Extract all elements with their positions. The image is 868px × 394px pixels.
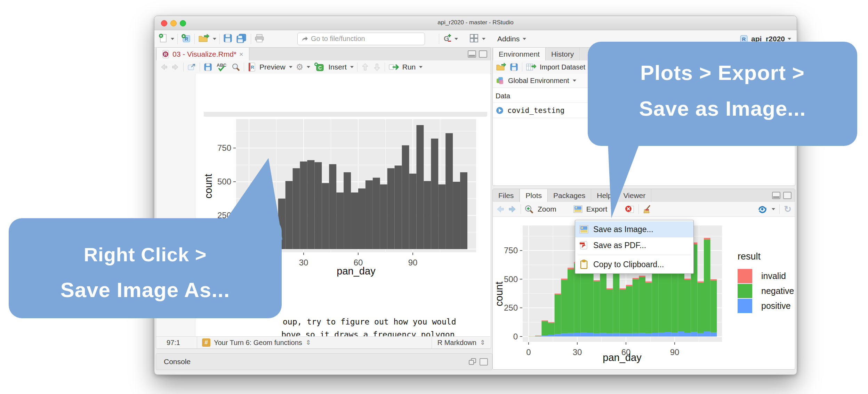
save-icon[interactable]: [203, 63, 212, 72]
insert-button[interactable]: Insert: [328, 63, 347, 71]
legend-label: negative: [761, 286, 794, 296]
object-name: covid_testing: [507, 106, 564, 115]
publish-caret[interactable]: [772, 208, 775, 210]
chunk-options-caret[interactable]: [307, 66, 310, 68]
zoom-plot-icon[interactable]: [524, 205, 534, 214]
svg-text:R: R: [164, 52, 167, 57]
editor-tab-label: 03 - Visualize.Rmd*: [172, 50, 236, 58]
print-icon[interactable]: [254, 33, 265, 44]
open-file-caret[interactable]: [213, 38, 216, 40]
tab-environment[interactable]: Environment: [493, 48, 546, 61]
import-dataset-icon[interactable]: [526, 63, 536, 72]
maximize-pane-icon[interactable]: [783, 192, 791, 199]
editor-statusbar: 97:1 # Your Turn 6: Geom functions ⇕ R M…: [156, 336, 490, 348]
workspace-panes-icon[interactable]: [469, 33, 479, 44]
editor-text-line: oup, try to figure out how you would: [283, 317, 456, 326]
svg-text:0: 0: [526, 347, 531, 357]
tab-files[interactable]: Files: [493, 189, 520, 202]
find-icon[interactable]: [231, 63, 240, 72]
refresh-icon[interactable]: ↻: [784, 204, 791, 215]
save-workspace-icon[interactable]: [509, 63, 519, 72]
insert-chunk-icon[interactable]: C: [314, 62, 325, 72]
minimize-pane-icon[interactable]: [468, 50, 476, 58]
run-button[interactable]: Run: [402, 63, 416, 71]
legend-entry-negative: negative: [738, 284, 794, 298]
zoom-button[interactable]: Zoom: [538, 205, 556, 213]
spellcheck-icon[interactable]: ABC: [216, 62, 228, 72]
tab-visualize-rmd[interactable]: R 03 - Visualize.Rmd* ×: [156, 48, 249, 61]
save-icon[interactable]: [223, 33, 233, 44]
file-type-selector[interactable]: R Markdown ⇕: [432, 337, 490, 348]
svg-text:30: 30: [573, 347, 582, 357]
back-icon[interactable]: [160, 63, 168, 71]
run-caret[interactable]: [419, 66, 423, 68]
menu-item-copy-to-clipboard[interactable]: Copy to Clipboard...: [575, 256, 693, 272]
svg-text:pan_day: pan_day: [337, 265, 376, 277]
menu-item-save-as-image[interactable]: Save as Image...: [575, 221, 693, 237]
export-plot-icon[interactable]: [573, 205, 583, 213]
screenshot-stage: api_r2020 - master - RStudio R: [0, 0, 868, 394]
close-icon[interactable]: ×: [239, 50, 243, 58]
svg-text:C: C: [318, 65, 322, 71]
go-up-icon[interactable]: [361, 63, 369, 72]
section-selector[interactable]: # Your Turn 6: Geom functions ⇕: [202, 338, 311, 347]
new-project-icon[interactable]: R: [181, 33, 191, 44]
open-in-window-icon[interactable]: [187, 63, 196, 71]
open-file-icon[interactable]: [198, 33, 210, 44]
goto-file-input[interactable]: Go to file/function: [297, 33, 425, 45]
console-title: Console: [164, 358, 191, 366]
run-icon[interactable]: [388, 63, 399, 71]
forward-icon[interactable]: [171, 63, 180, 71]
data-section-label: Data: [496, 92, 510, 100]
maximize-pane-icon[interactable]: [479, 50, 487, 58]
save-all-icon[interactable]: [236, 33, 248, 44]
clipboard-icon: [579, 260, 588, 269]
new-file-caret[interactable]: [171, 38, 174, 40]
restore-panes-icon[interactable]: [468, 358, 477, 366]
legend-entry-positive: positive: [738, 299, 794, 313]
version-control-caret[interactable]: [455, 38, 458, 40]
section-icon: #: [202, 338, 210, 347]
rmd-file-icon: R: [162, 50, 170, 58]
rmarkdown-notebook-icon: R: [248, 62, 256, 72]
svg-text:750: 750: [504, 246, 518, 255]
maximize-console-icon[interactable]: [480, 358, 488, 366]
divider: [194, 34, 195, 44]
console-pane-header[interactable]: Console: [156, 353, 492, 370]
svg-text:90: 90: [670, 347, 680, 357]
menu-label: Save as Image...: [593, 225, 653, 234]
svg-text:250: 250: [504, 303, 518, 312]
file-type-updown-icon: ⇕: [480, 339, 485, 346]
go-down-icon[interactable]: [373, 63, 381, 72]
gear-icon[interactable]: ⚙: [296, 62, 304, 72]
cursor-position: 97:1: [167, 339, 180, 347]
expand-object-icon[interactable]: [496, 106, 504, 115]
svg-text:pan_day: pan_day: [603, 352, 642, 363]
preview-caret[interactable]: [289, 66, 292, 68]
version-control-icon[interactable]: G: [442, 33, 451, 45]
section-updown-icon: ⇕: [306, 339, 311, 346]
previous-plot-icon[interactable]: [496, 205, 505, 213]
tab-packages[interactable]: Packages: [548, 189, 591, 202]
load-workspace-icon[interactable]: [496, 63, 506, 72]
editor-text-line: bove so it draws a frequency polygon: [281, 330, 455, 337]
tab-history[interactable]: History: [546, 48, 580, 60]
addins-button[interactable]: Addins: [497, 35, 520, 43]
publish-icon[interactable]: [757, 205, 767, 214]
menu-separator: [578, 255, 691, 255]
global-environment-icon: [496, 76, 505, 85]
menu-item-save-as-pdf[interactable]: Save as PDF...: [575, 237, 693, 253]
divider: [219, 34, 220, 44]
project-caret: [788, 38, 791, 40]
image-icon: [579, 225, 588, 233]
minimize-pane-icon[interactable]: [772, 192, 780, 199]
insert-caret[interactable]: [350, 66, 354, 68]
tab-plots[interactable]: Plots: [520, 189, 548, 202]
import-dataset-button[interactable]: Import Dataset: [540, 63, 585, 71]
editor-toolbar: ABC R Preview ⚙ C Insert Run: [156, 60, 491, 74]
preview-button[interactable]: Preview: [259, 63, 286, 71]
addins-caret[interactable]: [523, 38, 526, 40]
workspace-panes-caret[interactable]: [482, 38, 485, 40]
next-plot-icon[interactable]: [508, 205, 517, 213]
new-file-icon[interactable]: [159, 33, 168, 44]
